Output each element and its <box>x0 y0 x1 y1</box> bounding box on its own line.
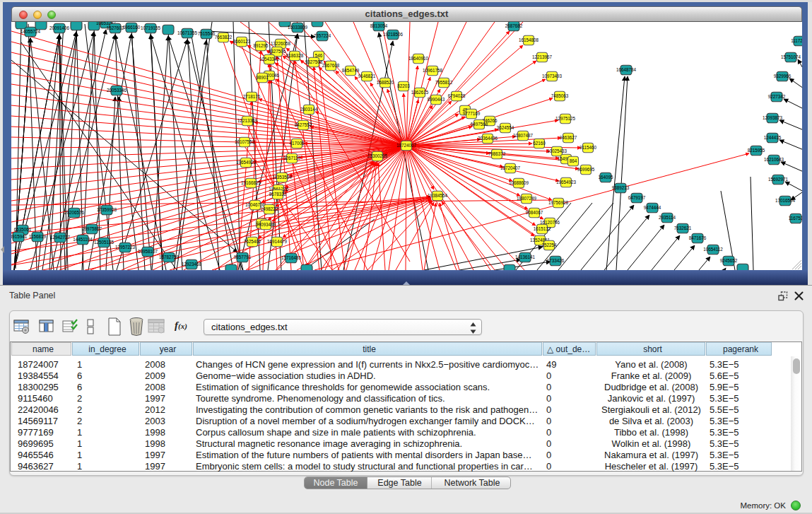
svg-text:7625402: 7625402 <box>244 239 261 244</box>
svg-text:9245652: 9245652 <box>720 258 738 263</box>
svg-text:10719155: 10719155 <box>141 25 161 30</box>
svg-text:1498222: 1498222 <box>261 206 278 211</box>
svg-text:15716485: 15716485 <box>281 255 302 260</box>
svg-text:9084067: 9084067 <box>526 210 543 215</box>
svg-text:2935114: 2935114 <box>659 215 676 220</box>
svg-text:8427552: 8427552 <box>295 122 312 127</box>
svg-text:8215955: 8215955 <box>748 148 765 153</box>
svg-text:11353594: 11353594 <box>272 175 292 180</box>
svg-text:10961758: 10961758 <box>423 68 443 73</box>
svg-text:9146821: 9146821 <box>358 74 376 78</box>
svg-text:9777169: 9777169 <box>463 111 481 116</box>
svg-text:16154808: 16154808 <box>519 37 539 42</box>
svg-text:6794028: 6794028 <box>448 93 466 98</box>
svg-text:19166825: 19166825 <box>241 180 261 185</box>
svg-text:3267110: 3267110 <box>283 156 301 160</box>
svg-text:8454749: 8454749 <box>342 68 360 73</box>
svg-text:1615132: 1615132 <box>534 226 551 231</box>
svg-text:10654112: 10654112 <box>703 247 723 252</box>
svg-text:82203: 82203 <box>397 83 410 88</box>
svg-text:10107553: 10107553 <box>235 139 255 144</box>
svg-text:1117262: 1117262 <box>791 38 802 43</box>
svg-text:6479197: 6479197 <box>628 195 646 200</box>
svg-text:10688609: 10688609 <box>509 180 529 185</box>
svg-text:9857791: 9857791 <box>234 255 252 259</box>
svg-text:14136141: 14136141 <box>515 255 536 259</box>
svg-text:19654923: 19654923 <box>556 180 577 185</box>
svg-text:7986372: 7986372 <box>488 151 506 156</box>
svg-text:7632621: 7632621 <box>674 226 692 230</box>
svg-text:18300295: 18300295 <box>367 153 388 158</box>
svg-text:62160: 62160 <box>533 141 546 146</box>
svg-text:12942737: 12942737 <box>50 235 71 240</box>
svg-text:12213967: 12213967 <box>532 54 553 59</box>
svg-text:16782759: 16782759 <box>159 255 180 259</box>
svg-text:8678332: 8678332 <box>269 192 287 197</box>
svg-text:2718176: 2718176 <box>243 94 261 99</box>
svg-text:8813054: 8813054 <box>370 23 388 28</box>
svg-text:6966160: 6966160 <box>123 25 141 30</box>
svg-text:9227342: 9227342 <box>768 94 786 99</box>
svg-text:8990443: 8990443 <box>428 97 445 102</box>
svg-text:17957223: 17957223 <box>115 245 136 250</box>
svg-text:10807487: 10807487 <box>513 133 534 138</box>
svg-text:19218506: 19218506 <box>383 32 404 37</box>
svg-text:1527602: 1527602 <box>107 25 124 30</box>
svg-text:864: 864 <box>570 158 577 163</box>
svg-text:9329966: 9329966 <box>774 74 792 78</box>
svg-text:12213369: 12213369 <box>237 118 258 123</box>
svg-text:12923468: 12923468 <box>182 262 202 267</box>
svg-text:164095: 164095 <box>598 175 613 180</box>
svg-text:10958107: 10958107 <box>138 249 158 254</box>
svg-text:15692971: 15692971 <box>768 177 789 182</box>
svg-text:16648784: 16648784 <box>616 67 637 72</box>
svg-text:19654923: 19654923 <box>236 160 257 165</box>
svg-text:417006: 417006 <box>289 141 305 146</box>
svg-text:15720407: 15720407 <box>500 165 521 170</box>
svg-text:10543342: 10543342 <box>259 57 280 62</box>
svg-text:9389213: 9389213 <box>612 185 630 190</box>
svg-text:2687682: 2687682 <box>505 23 523 28</box>
svg-text:7357224: 7357224 <box>314 33 331 38</box>
svg-text:1588520: 1588520 <box>377 80 394 85</box>
svg-text:29975867: 29975867 <box>82 226 102 231</box>
svg-text:1362615: 1362615 <box>411 90 429 95</box>
svg-text:9327506: 9327506 <box>269 49 286 54</box>
svg-text:7663822: 7663822 <box>215 35 233 40</box>
svg-text:9474444: 9474444 <box>644 205 661 210</box>
svg-text:19756928: 19756928 <box>548 200 569 205</box>
svg-text:20206576: 20206576 <box>64 210 85 215</box>
svg-text:14451194: 14451194 <box>73 237 93 242</box>
svg-text:98901: 98901 <box>256 75 269 80</box>
svg-text:2803144: 2803144 <box>300 107 318 112</box>
svg-text:6535061: 6535061 <box>14 227 32 232</box>
svg-text:9463627: 9463627 <box>560 135 577 140</box>
svg-text:252254: 252254 <box>541 243 557 247</box>
svg-text:1244415: 1244415 <box>764 135 782 140</box>
svg-text:9115460: 9115460 <box>579 145 597 150</box>
svg-text:8660123: 8660123 <box>233 39 251 44</box>
svg-text:116753: 116753 <box>789 216 802 221</box>
svg-text:1156819: 1156819 <box>29 234 47 239</box>
svg-text:12975125: 12975125 <box>555 116 576 121</box>
svg-text:2867608: 2867608 <box>322 63 340 68</box>
svg-text:16033809: 16033809 <box>288 25 308 30</box>
svg-text:20053346: 20053346 <box>107 88 127 93</box>
svg-text:15751074: 15751074 <box>781 54 801 59</box>
svg-text:12093873: 12093873 <box>763 115 783 120</box>
svg-text:12505135: 12505135 <box>94 240 114 245</box>
svg-text:17016504: 17016504 <box>775 198 796 203</box>
svg-text:8471676: 8471676 <box>689 235 707 240</box>
svg-text:6497568: 6497568 <box>471 122 488 127</box>
svg-text:3915941: 3915941 <box>11 234 28 239</box>
svg-text:10025433: 10025433 <box>547 148 567 153</box>
svg-text:8186328: 8186328 <box>286 53 304 58</box>
svg-text:10671355: 10671355 <box>177 30 198 35</box>
svg-text:9327508: 9327508 <box>305 59 323 64</box>
svg-text:10973493: 10973493 <box>542 74 563 78</box>
svg-text:7955812: 7955812 <box>435 80 453 85</box>
svg-text:7485063: 7485063 <box>551 93 569 98</box>
svg-text:19384554: 19384554 <box>428 193 448 198</box>
svg-text:10093489: 10093489 <box>256 222 276 227</box>
svg-text:20091406: 20091406 <box>49 25 70 30</box>
